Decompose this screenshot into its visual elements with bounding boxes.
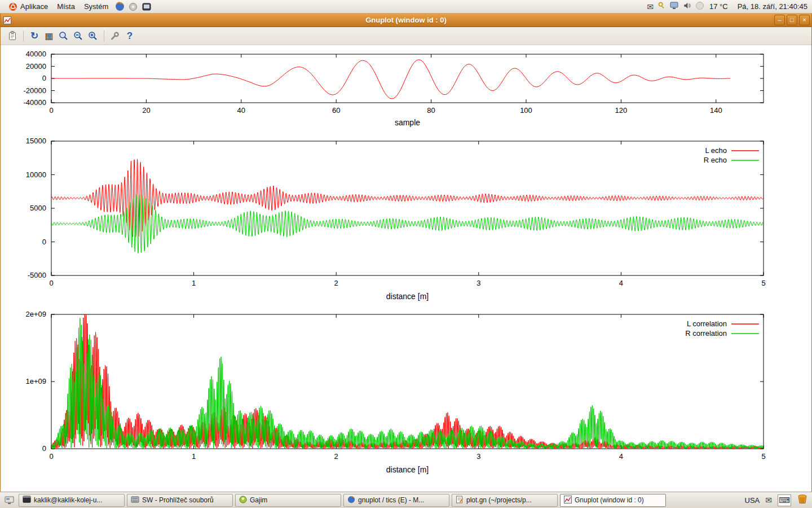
svg-text:R echo: R echo: [704, 156, 727, 164]
task-button-editor[interactable]: plot.gn (~/projects/p...: [452, 494, 558, 507]
task-button-file-manager[interactable]: SW - Prohlížeč souborů: [127, 494, 233, 507]
task-button-gnuplot[interactable]: Gnuplot (window id : 0): [560, 494, 666, 507]
task-button-terminal[interactable]: kaklik@kaklik-kolej-u...: [19, 494, 125, 507]
svg-text:20: 20: [142, 106, 150, 115]
minimize-button[interactable]: –: [774, 15, 785, 25]
desktop: Aplikace Místa Systém ✉: [0, 0, 812, 508]
svg-text:3: 3: [476, 452, 480, 461]
task-label: gnuplot / tics (E) - M...: [358, 496, 424, 504]
menu-system[interactable]: Systém: [80, 0, 113, 13]
copy-to-clipboard-button[interactable]: [5, 29, 20, 43]
menu-applications-label: Aplikace: [20, 2, 48, 11]
keyboard-layout-indicator[interactable]: USA: [745, 496, 760, 505]
svg-text:20000: 20000: [26, 62, 46, 71]
toggle-grid-button[interactable]: ▦: [42, 29, 56, 43]
gnuplot-toolbar: ↻ ▦ ?: [1, 27, 811, 45]
correlation-distance-chart[interactable]: 01234501e+092e+09distance [m]L correlati…: [1, 310, 812, 480]
chirp-sample-chart[interactable]: 020406080100120140-40000-200000200004000…: [1, 45, 812, 135]
svg-text:5: 5: [761, 452, 765, 461]
toolbar-separator: [23, 30, 24, 42]
svg-text:0: 0: [42, 238, 46, 246]
svg-text:L correlation: L correlation: [687, 319, 727, 328]
menu-places[interactable]: Místa: [52, 0, 80, 13]
gnuplot-window: Gnuplot (window id : 0) – □ × ↻ ▦: [0, 14, 812, 492]
svg-text:0: 0: [42, 74, 46, 82]
mail-tray-icon[interactable]: ✉: [765, 496, 772, 505]
svg-text:100: 100: [520, 106, 532, 115]
show-desktop-button[interactable]: [2, 494, 16, 507]
svg-text:L echo: L echo: [705, 146, 727, 155]
window-title: Gnuplot (window id : 0): [1, 16, 811, 24]
svg-text:4: 4: [619, 452, 623, 461]
text-editor-icon: [456, 496, 464, 505]
temperature-readout: 17 °C: [709, 2, 728, 11]
gnome-top-panel: Aplikace Místa Systém ✉: [0, 0, 812, 14]
zoom-out-button[interactable]: [71, 29, 86, 43]
help-launcher-icon[interactable]: [126, 0, 140, 14]
terminal-launcher-icon[interactable]: [140, 0, 153, 14]
svg-text:4: 4: [619, 279, 623, 287]
svg-text:sample: sample: [395, 118, 420, 127]
help-button[interactable]: ?: [122, 29, 137, 43]
gnuplot-icon: [564, 496, 572, 505]
panel-clock[interactable]: Pá, 18. září, 21:40:45: [738, 2, 807, 11]
zoom-previous-button[interactable]: [56, 29, 71, 43]
close-button[interactable]: ×: [799, 15, 810, 25]
titlebar[interactable]: Gnuplot (window id : 0) – □ ×: [1, 14, 811, 27]
svg-text:1: 1: [192, 452, 196, 461]
svg-text:5000: 5000: [30, 204, 46, 212]
svg-text:0: 0: [42, 444, 46, 453]
maximize-button[interactable]: □: [787, 15, 797, 25]
svg-text:0: 0: [49, 279, 53, 287]
task-label: SW - Prohlížeč souborů: [142, 496, 214, 504]
svg-text:10000: 10000: [26, 170, 46, 179]
file-manager-icon: [131, 496, 139, 505]
svg-text:distance [m]: distance [m]: [386, 465, 429, 474]
svg-text:40: 40: [237, 106, 245, 115]
keyring-icon[interactable]: [657, 1, 666, 12]
svg-text:60: 60: [332, 106, 340, 115]
zoom-in-button[interactable]: [86, 29, 100, 43]
plot-canvas[interactable]: 020406080100120140-40000-200000200004000…: [1, 45, 811, 492]
svg-text:0: 0: [49, 106, 53, 115]
keyboard-indicator-icon[interactable]: ⌨: [778, 494, 791, 506]
svg-text:2e+09: 2e+09: [25, 310, 46, 318]
task-button-browser[interactable]: gnuplot / tics (E) - M...: [343, 494, 449, 507]
settings-wrench-button[interactable]: [108, 29, 122, 43]
svg-text:1: 1: [192, 279, 196, 287]
mail-notification-icon[interactable]: ✉: [647, 2, 654, 11]
trash-icon[interactable]: [797, 493, 808, 507]
task-label: plot.gn (~/projects/p...: [466, 496, 532, 504]
weather-icon[interactable]: [695, 1, 704, 12]
svg-text:140: 140: [710, 106, 722, 115]
svg-text:0: 0: [49, 452, 53, 461]
echo-distance-chart[interactable]: 012345-5000050001000015000distance [m]L …: [1, 135, 812, 310]
svg-text:distance [m]: distance [m]: [386, 292, 429, 301]
gnuplot-window-icon: [3, 16, 11, 24]
firefox-icon: [347, 496, 355, 505]
svg-text:-40000: -40000: [24, 98, 46, 107]
gnome-taskbar: kaklik@kaklik-kolej-u... SW - Prohlížeč …: [0, 492, 812, 508]
panel-left: Aplikace Místa Systém: [3, 0, 153, 13]
menu-applications[interactable]: Aplikace: [3, 0, 52, 13]
panel-right: ✉ 17 °C Pá, 18. září, 21:40:45: [647, 0, 809, 13]
svg-text:1e+09: 1e+09: [25, 377, 46, 386]
svg-text:80: 80: [427, 106, 435, 115]
firefox-launcher-icon[interactable]: [113, 0, 126, 14]
toolbar-separator: [104, 30, 104, 42]
window-buttons: – □ ×: [774, 15, 810, 25]
svg-text:5: 5: [761, 279, 765, 287]
task-button-gajim[interactable]: Gajim: [235, 494, 341, 507]
replot-button[interactable]: ↻: [27, 29, 42, 43]
terminal-icon: [23, 496, 31, 505]
ubuntu-logo-icon: [8, 2, 17, 11]
taskbar-right: USA ✉ ⌨: [745, 493, 810, 507]
svg-text:-20000: -20000: [24, 86, 46, 95]
gajim-icon: [239, 496, 247, 505]
svg-text:40000: 40000: [26, 50, 46, 58]
volume-icon[interactable]: [683, 2, 691, 12]
display-icon[interactable]: [670, 2, 679, 12]
svg-text:2: 2: [334, 279, 338, 287]
svg-text:-5000: -5000: [28, 271, 46, 279]
svg-text:3: 3: [476, 279, 480, 287]
